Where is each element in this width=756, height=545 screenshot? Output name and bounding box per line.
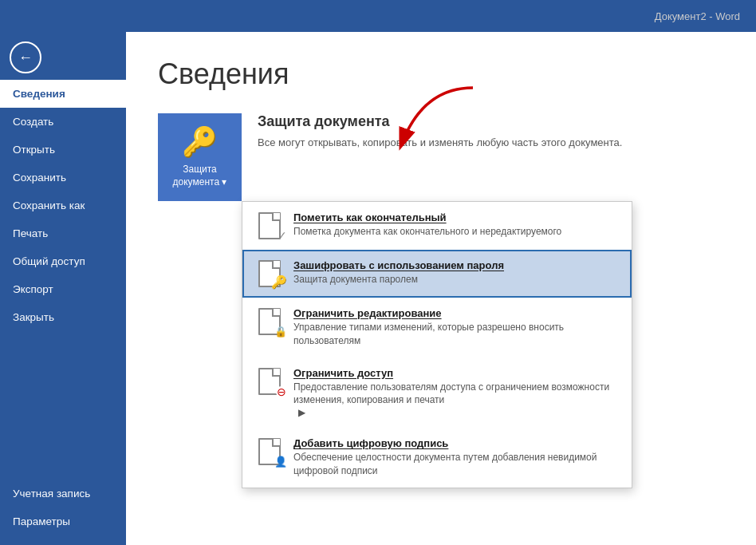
menu-item-text-dobavit-podpis: Добавить цифровую подписьОбеспечение цел…: [293, 437, 619, 478]
back-button[interactable]: ←: [10, 41, 41, 73]
sidebar-item-eksport[interactable]: Экспорт: [0, 275, 126, 303]
menu-item-pometit-kak-okonchatelniy[interactable]: ✓Пометить как окончательныйПометка докум…: [242, 202, 632, 250]
menu-item-text-ogranichit-redaktirovanie: Ограничить редактированиеУправление типа…: [293, 307, 619, 348]
menu-item-desc-dobavit-podpis: Обеспечение целостности документа путем …: [293, 451, 619, 478]
sidebar-item-obshiy-dostup[interactable]: Общий доступ: [0, 247, 126, 275]
page-title: Сведения: [158, 57, 724, 91]
menu-item-title-ogranichit-redaktirovanie: Ограничить редактирование: [293, 307, 619, 319]
sidebar-item-pechat[interactable]: Печать: [0, 219, 126, 247]
menu-icon-doc-minus: ⊖: [255, 367, 284, 396]
main-container: ← СведенияСоздатьОткрытьСохранитьСохрани…: [0, 32, 756, 545]
protect-info-panel: Защита документа Все могут открывать, ко…: [242, 113, 724, 201]
sidebar-spacer: [0, 331, 126, 480]
title-bar: Документ2 - Word: [0, 0, 756, 32]
sidebar-item-svedeniya[interactable]: Сведения: [0, 80, 126, 108]
sidebar-item-otkryt[interactable]: Открыть: [0, 136, 126, 164]
sidebar-item-sohranit[interactable]: Сохранить: [0, 164, 126, 192]
content-area: Сведения 🔑 Защитадокумента ▾ Защита доку…: [126, 32, 756, 545]
protect-info-desc: Все могут открывать, копировать и изменя…: [258, 135, 708, 151]
menu-item-desc-pometit-kak-okonchatelniy: Пометка документа как окончательного и н…: [293, 225, 619, 239]
menu-icon-doc-stamp: ✓: [255, 211, 284, 240]
sidebar: ← СведенияСоздатьОткрытьСохранитьСохрани…: [0, 32, 126, 545]
menu-item-ogranichit-redaktirovanie[interactable]: 🔒Ограничить редактированиеУправление тип…: [242, 298, 632, 357]
menu-item-ogranichit-dostup[interactable]: ⊖Ограничить доступПредоставление пользов…: [242, 357, 632, 428]
menu-icon-doc-lock-small: 🔒: [255, 307, 284, 336]
menu-item-text-zashifrovat-parolem: Зашифровать с использованием пароляЗащит…: [293, 259, 619, 286]
menu-icon-doc-lock: 🔑: [255, 259, 284, 288]
sidebar-item-zakryt[interactable]: Закрыть: [0, 303, 126, 331]
protect-icon: 🔑: [182, 125, 218, 159]
sidebar-bottom: Учетная записьПараметры: [0, 480, 126, 545]
menu-item-desc-zashifrovat-parolem: Защита документа паролем: [293, 273, 619, 286]
menu-item-desc-ogranichit-dostup: Предоставление пользователям доступа с о…: [293, 381, 619, 408]
sidebar-item-uchetnaya-zapis[interactable]: Учетная запись: [0, 480, 126, 507]
menu-item-dobavit-podpis[interactable]: 👤Добавить цифровую подписьОбеспечение це…: [242, 428, 632, 488]
menu-item-desc-ogranichit-redaktirovanie: Управление типами изменений, которые раз…: [293, 321, 619, 348]
protection-section: 🔑 Защитадокумента ▾ Защита документа Все…: [158, 113, 724, 201]
menu-item-text-ogranichit-dostup: Ограничить доступПредоставление пользова…: [293, 367, 619, 419]
sidebar-item-sozdat[interactable]: Создать: [0, 108, 126, 136]
sidebar-item-parametry[interactable]: Параметры: [0, 507, 126, 535]
protect-info-title: Защита документа: [258, 113, 708, 130]
protect-document-button[interactable]: 🔑 Защитадокумента ▾: [158, 113, 242, 201]
menu-item-title-ogranichit-dostup: Ограничить доступ: [293, 367, 619, 379]
menu-item-text-pometit-kak-okonchatelniy: Пометить как окончательныйПометка докуме…: [293, 211, 619, 239]
menu-item-title-zashifrovat-parolem: Зашифровать с использованием пароля: [293, 259, 619, 271]
sidebar-item-sohranit-kak[interactable]: Сохранить как: [0, 192, 126, 219]
submenu-arrow-icon: ▶: [293, 407, 619, 418]
protect-dropdown-menu: ✓Пометить как окончательныйПометка докум…: [242, 201, 632, 488]
menu-icon-doc-person: 👤: [255, 437, 284, 466]
protect-label: Защитадокумента ▾: [173, 164, 227, 188]
window-title: Документ2 - Word: [655, 10, 740, 22]
menu-item-zashifrovat-parolem[interactable]: 🔑Зашифровать с использованием пароляЗащи…: [242, 250, 632, 298]
menu-item-title-pometit-kak-okonchatelniy: Пометить как окончательный: [293, 211, 619, 223]
menu-item-title-dobavit-podpis: Добавить цифровую подпись: [293, 437, 619, 449]
